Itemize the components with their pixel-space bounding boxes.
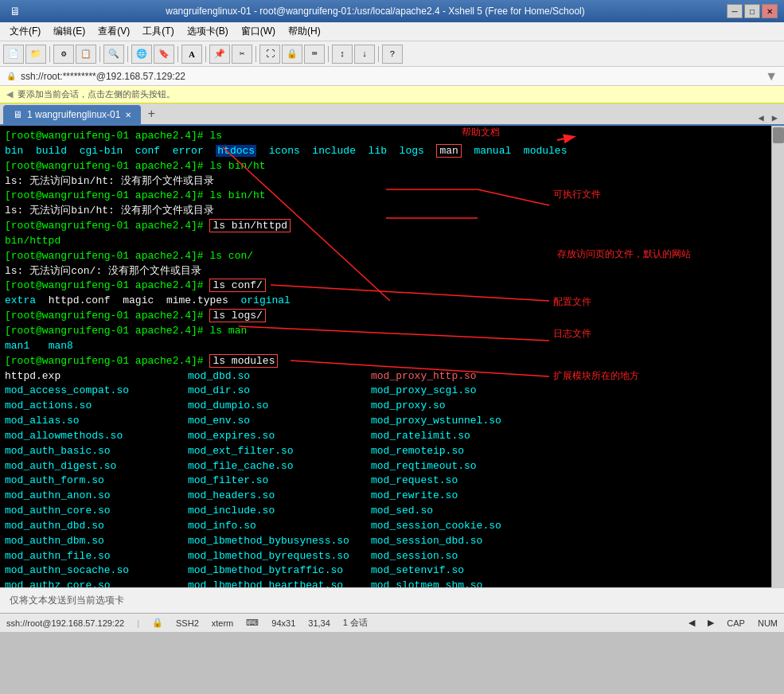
terminal-line: mod_auth_digest.somod_file_cache.somod_r… — [5, 459, 766, 474]
terminal-line: mod_auth_basic.somod_ext_filter.somod_re… — [5, 444, 766, 459]
active-tab[interactable]: 🖥 1 wangruifenglinux-01 ✕ — [3, 105, 141, 124]
bottombar: 仅将文本发送到当前选项卡 — [0, 587, 784, 613]
arrow-icon: ◀ — [6, 89, 13, 99]
address-text: ssh://root:*********@192.168.57.129:22 — [21, 71, 185, 82]
terminal-line: [root@wangruifeng-01 apache2.4]# ls conf… — [5, 279, 766, 294]
terminal-line: mod_actions.somod_dumpio.somod_proxy.so — [5, 399, 766, 414]
minimize-button[interactable]: ─ — [727, 4, 743, 18]
menu-help[interactable]: 帮助(H) — [282, 23, 327, 40]
toolbar-separator-5 — [205, 46, 206, 62]
bottombar-text: 仅将文本发送到当前选项卡 — [10, 594, 124, 607]
toolbar-separator-6 — [255, 46, 256, 62]
keyboard-button[interactable]: ⌨ — [304, 45, 325, 64]
status-caps: CAP — [727, 618, 745, 628]
toolbar-separator-2 — [99, 46, 100, 62]
toolbar-separator-3 — [127, 46, 128, 62]
terminal-line: man1 man8 — [5, 339, 766, 354]
terminal-line: [root@wangruifeng-01 apache2.4]# ls modu… — [5, 354, 766, 369]
new-session-button[interactable]: 📄 — [3, 45, 24, 64]
tab-navigation: ◀ ▶ — [755, 112, 781, 124]
toolbar-separator-7 — [328, 46, 329, 62]
toolbar-separator-4 — [177, 46, 178, 62]
toolbar-separator-8 — [378, 46, 379, 62]
infobar: ◀ 要添加当前会话，点击左侧的箭头按钮。 — [0, 86, 784, 103]
new-tab-button[interactable]: + — [141, 105, 162, 124]
window-controls: ─ □ ✕ — [727, 4, 778, 18]
status-nav-prev[interactable]: ◀ — [688, 618, 695, 628]
menu-tools[interactable]: 工具(T) — [136, 23, 180, 40]
status-sessions: 1 会话 — [343, 617, 368, 629]
paste-button[interactable]: 📌 — [209, 45, 230, 64]
close-button[interactable]: ✕ — [762, 4, 778, 18]
status-cursor: 31,34 — [308, 618, 330, 628]
toolbar-separator-1 — [49, 46, 50, 62]
statusbar: ssh://root@192.168.57.129:22 | 🔒 SSH2 xt… — [0, 613, 784, 632]
terminal-icon: ⌨ — [246, 618, 259, 628]
lock-icon: 🔒 — [6, 72, 16, 80]
terminal-line: mod_authn_dbd.somod_info.somod_session_c… — [5, 519, 766, 534]
terminal-line: mod_allowmethods.somod_expires.somod_rat… — [5, 429, 766, 444]
terminal-line: extra httpd.conf magic mime.types origin… — [5, 294, 766, 309]
menu-tabs[interactable]: 选项卡(B) — [181, 23, 235, 40]
copy2-button[interactable]: ✂ — [232, 45, 252, 64]
terminal-line: mod_authn_dbm.somod_lbmethod_bybusyness.… — [5, 534, 766, 549]
tab-close-button[interactable]: ✕ — [125, 111, 131, 119]
terminal-line: mod_authn_anon.somod_headers.somod_rewri… — [5, 489, 766, 504]
status-nav-next[interactable]: ▶ — [708, 618, 714, 628]
status-right: ◀ ▶ CAP NUM — [688, 618, 778, 628]
menu-file[interactable]: 文件(F) — [3, 23, 47, 40]
status-protocol: SSH2 — [176, 618, 199, 628]
tab-prev-button[interactable]: ◀ — [755, 112, 767, 124]
terminal-line: mod_authn_core.somod_include.somod_sed.s… — [5, 504, 766, 519]
transfer-button[interactable]: ↕ — [332, 45, 353, 64]
titlebar: 🖥 wangruifenglinux-01 - root@wangruifeng… — [0, 0, 784, 22]
tab-next-button[interactable]: ▶ — [769, 112, 781, 124]
status-sep-1: | — [137, 618, 139, 628]
terminal-line: [root@wangruifeng-01 apache2.4]# ls con/ — [5, 249, 766, 264]
addressbar: 🔒 ssh://root:*********@192.168.57.129:22… — [0, 67, 784, 86]
fullscreen-button[interactable]: ⛶ — [259, 45, 280, 64]
status-size: 94x31 — [271, 618, 295, 628]
download-button[interactable]: ↓ — [354, 45, 375, 64]
scrollbar-thumb[interactable] — [773, 127, 784, 143]
terminal-line: mod_access_compat.somod_dir.somod_proxy_… — [5, 384, 766, 399]
menu-view[interactable]: 查看(V) — [92, 23, 136, 40]
address-dropdown[interactable]: ▼ — [765, 69, 778, 84]
terminal-line: [root@wangruifeng-01 apache2.4]# ls logs… — [5, 309, 766, 324]
window-title: wangruifenglinux-01 - root@wangruifeng-0… — [166, 6, 584, 17]
globe-button[interactable]: 🌐 — [131, 45, 152, 64]
status-host: ssh://root@192.168.57.129:22 — [6, 618, 124, 628]
terminal-line: ls: 无法访问con/: 没有那个文件或目录 — [5, 264, 766, 279]
menubar: 文件(F) 编辑(E) 查看(V) 工具(T) 选项卡(B) 窗口(W) 帮助(… — [0, 22, 784, 41]
scrollbar[interactable] — [771, 126, 784, 587]
terminal-line: mod_auth_form.somod_filter.somod_request… — [5, 474, 766, 489]
copy-button[interactable]: 📋 — [76, 45, 96, 64]
tab-label: 1 wangruifenglinux-01 — [27, 109, 120, 120]
help-button[interactable]: ? — [382, 45, 403, 64]
terminal-line: mod_authz_core.somod_lbmethod_heartbeat.… — [5, 579, 766, 587]
terminal-line: bin/httpd — [5, 234, 766, 249]
infobar-text: 要添加当前会话，点击左侧的箭头按钮。 — [18, 88, 175, 100]
bookmark-button[interactable]: 🔖 — [154, 45, 174, 64]
tab-icon: 🖥 — [13, 109, 22, 120]
terminal-line: ls: 无法访问bin/ht: 没有那个文件或目录 — [5, 174, 766, 189]
terminal[interactable]: [root@wangruifeng-01 apache2.4]# ls bin … — [0, 126, 771, 587]
maximize-button[interactable]: □ — [744, 4, 760, 18]
find-button[interactable]: 🔍 — [103, 45, 124, 64]
terminal-line: mod_alias.somod_env.somod_proxy_wstunnel… — [5, 414, 766, 429]
properties-button[interactable]: ⚙ — [53, 45, 74, 64]
menu-edit[interactable]: 编辑(E) — [47, 23, 92, 40]
terminal-line: ls: 无法访问bin/ht: 没有那个文件或目录 — [5, 204, 766, 219]
font-button[interactable]: A — [181, 45, 202, 64]
menu-window[interactable]: 窗口(W) — [235, 23, 282, 40]
terminal-line: [root@wangruifeng-01 apache2.4]# ls bin/… — [5, 219, 766, 234]
lock-button[interactable]: 🔒 — [282, 45, 302, 64]
status-term: xterm — [212, 618, 234, 628]
open-button[interactable]: 📁 — [25, 45, 46, 64]
terminal-line: mod_authn_socache.somod_lbmethod_bytraff… — [5, 563, 766, 579]
terminal-line: [root@wangruifeng-01 apache2.4]# ls bin/… — [5, 159, 766, 174]
terminal-line: mod_authn_file.somod_lbmethod_byrequests… — [5, 549, 766, 564]
terminal-line: [root@wangruifeng-01 apache2.4]# ls — [5, 129, 766, 144]
terminal-line: [root@wangruifeng-01 apache2.4]# ls man — [5, 324, 766, 339]
terminal-wrapper: [root@wangruifeng-01 apache2.4]# ls bin … — [0, 126, 784, 587]
